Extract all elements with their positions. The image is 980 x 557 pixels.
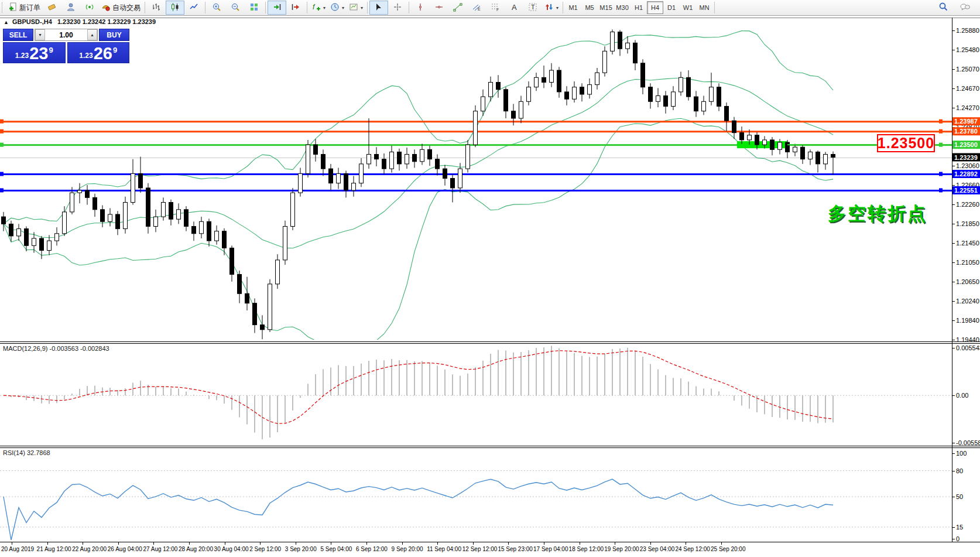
candle <box>222 231 227 248</box>
chat-icon <box>960 2 971 13</box>
sell-button[interactable]: SELL <box>3 29 33 41</box>
level-handle[interactable] <box>0 172 4 176</box>
candle <box>649 87 653 102</box>
lot-decrease-button[interactable]: ▼ <box>35 29 45 40</box>
auto-scroll-button[interactable] <box>268 1 286 15</box>
level-handle[interactable] <box>0 119 4 124</box>
sell-price-box[interactable]: 1.23 23 9 <box>3 42 66 63</box>
level-handle[interactable] <box>939 129 943 134</box>
rsi-line <box>4 479 833 540</box>
pane-divider[interactable] <box>0 447 980 448</box>
zoom-out-button[interactable] <box>226 1 245 15</box>
indicators-button[interactable]: f▾ <box>309 1 328 15</box>
fibonacci-button[interactable]: F <box>486 1 505 15</box>
price-tag-callout[interactable]: 1.23500 <box>877 134 935 152</box>
chevron-down-icon: ▾ <box>342 5 344 11</box>
time-label: 2 Sep 12:00 <box>249 546 281 552</box>
time-label: 21 Aug 12:00 <box>37 546 71 552</box>
periods-button[interactable]: ▾ <box>328 1 347 15</box>
tile-windows-button[interactable] <box>245 1 263 15</box>
crosshair-button[interactable] <box>388 1 407 15</box>
lot-increase-button[interactable]: ▲ <box>87 29 97 40</box>
candle <box>283 227 287 260</box>
signal-button[interactable] <box>80 1 99 15</box>
new-order-button[interactable]: 新订单 <box>6 1 43 15</box>
arrows-button[interactable]: ▾ <box>542 1 561 15</box>
level-handle[interactable] <box>939 188 943 192</box>
timeframe-button-D1[interactable]: D1 <box>663 1 680 14</box>
chart-shift-button[interactable] <box>286 1 305 15</box>
svg-text:1.19840: 1.19840 <box>956 317 979 324</box>
bar-chart-button[interactable] <box>147 1 166 15</box>
text-button[interactable]: A <box>505 1 523 15</box>
candle <box>207 221 211 241</box>
trendline-button[interactable] <box>448 1 467 15</box>
svg-text:1.21850: 1.21850 <box>956 220 979 227</box>
auto-trading-button[interactable]: 自动交易 <box>99 1 143 15</box>
candle <box>512 111 516 118</box>
candle <box>633 43 638 63</box>
level-handle[interactable] <box>0 188 4 192</box>
cursor-icon <box>374 2 383 13</box>
svg-text:1.21450: 1.21450 <box>956 240 979 247</box>
timeframe-button-H1[interactable]: H1 <box>631 1 647 14</box>
lot-size-value[interactable]: 1.00 <box>45 29 87 40</box>
buy-button[interactable]: BUY <box>99 29 129 41</box>
candle <box>261 325 265 330</box>
level-handle[interactable] <box>0 143 4 147</box>
timeframe-button-M1[interactable]: M1 <box>565 1 581 14</box>
level-handle[interactable] <box>939 172 943 176</box>
eraser-button[interactable] <box>43 1 61 15</box>
candle <box>2 217 6 224</box>
pane-divider[interactable] <box>0 542 980 542</box>
svg-text:1.25880: 1.25880 <box>956 27 979 34</box>
chart-canvas[interactable]: 1.258801.254801.250701.246701.242701.238… <box>0 16 980 557</box>
candle <box>230 248 234 274</box>
pane-divider[interactable] <box>0 341 980 342</box>
candle <box>192 227 196 234</box>
svg-text:1.22260: 1.22260 <box>956 201 979 208</box>
collapse-arrow-icon[interactable]: ▲ <box>4 19 9 25</box>
candlestick-chart-button[interactable] <box>166 1 184 15</box>
search-button[interactable] <box>934 1 952 15</box>
channel-icon: E <box>472 2 481 13</box>
chevron-down-icon: ▾ <box>556 5 558 11</box>
time-label: 19 Sep 20:00 <box>604 546 639 552</box>
timeframe-button-M5[interactable]: M5 <box>581 1 598 14</box>
level-line[interactable] <box>0 190 952 192</box>
svg-text:1.23239: 1.23239 <box>954 154 978 161</box>
templates-button[interactable]: ▾ <box>347 1 365 15</box>
horizontal-line-button[interactable] <box>430 1 448 15</box>
profile-button[interactable] <box>61 1 80 15</box>
pane-divider[interactable] <box>0 343 980 344</box>
text-label-icon: T <box>528 2 537 13</box>
timeframe-button-W1[interactable]: W1 <box>680 1 696 14</box>
toolbar-separator <box>714 2 715 13</box>
level-handle[interactable] <box>939 119 943 124</box>
timeframe-button-H4[interactable]: H4 <box>647 1 663 14</box>
vertical-line-button[interactable] <box>411 1 430 15</box>
zoom-in-button[interactable] <box>207 1 226 15</box>
svg-text:E: E <box>478 7 481 11</box>
pane-divider[interactable] <box>0 446 980 446</box>
candle <box>717 87 721 107</box>
svg-text:1.25070: 1.25070 <box>956 66 979 73</box>
horizontal-line-icon <box>434 2 444 13</box>
text-label-button[interactable]: T <box>523 1 542 15</box>
cursor-button[interactable] <box>369 1 388 15</box>
profile-icon <box>66 2 76 13</box>
candle <box>816 152 820 164</box>
level-handle[interactable] <box>0 129 4 134</box>
timeframe-button-M30[interactable]: M30 <box>614 1 631 14</box>
timeframe-button-M15[interactable]: M15 <box>598 1 614 14</box>
buy-price-box[interactable]: 1.23 26 9 <box>67 42 130 63</box>
chat-button[interactable] <box>956 1 975 15</box>
toolbar-separator <box>409 2 409 13</box>
macd-indicator-label: MACD(12,26,9) -0.003563 -0.002843 <box>3 345 109 352</box>
candle <box>25 229 29 246</box>
line-chart-button[interactable] <box>184 1 203 15</box>
channel-button[interactable]: E <box>467 1 486 15</box>
candle <box>184 210 189 227</box>
timeframe-button-MN[interactable]: MN <box>696 1 712 14</box>
toolbar-separator <box>145 2 145 13</box>
